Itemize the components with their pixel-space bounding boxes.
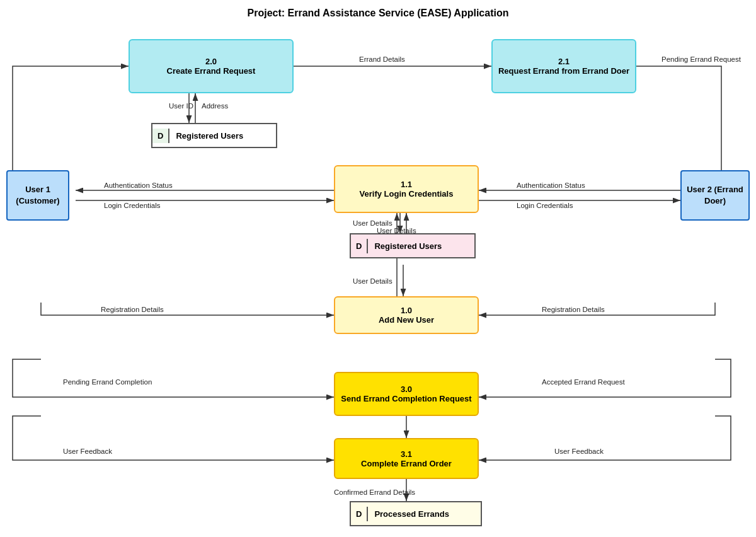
label-reg-details-right: Registration Details xyxy=(542,306,605,313)
label-confirmed-errand: Confirmed Errand Details xyxy=(334,488,415,496)
datastore-d2: D xyxy=(351,239,368,253)
datastore-registered-users-2: D Registered Users xyxy=(350,233,476,258)
page-title: Project: Errand Assistance Service (EASE… xyxy=(0,0,756,19)
label-reg-details-left: Registration Details xyxy=(101,306,164,313)
datastore-d1: D xyxy=(152,129,169,143)
box-add-user: 1.0 Add New User xyxy=(334,296,479,334)
label-user-details-1: User Details xyxy=(353,219,392,227)
label-auth-status-left: Authentication Status xyxy=(104,182,173,189)
box-request-errand: 2.1 Request Errand from Errand Doer xyxy=(491,39,636,93)
verify-login-number: 1.1 xyxy=(401,180,412,189)
request-errand-label: Request Errand from Errand Doer xyxy=(498,66,629,76)
label-pending-completion: Pending Errand Completion xyxy=(63,378,152,386)
send-completion-label: Send Errand Completion Request xyxy=(341,394,471,403)
add-user-number: 1.0 xyxy=(401,306,412,315)
request-errand-number: 2.1 xyxy=(558,57,570,66)
complete-order-label: Complete Errand Order xyxy=(361,459,452,468)
label-errand-details: Errand Details xyxy=(359,55,405,63)
verify-login-label: Verify Login Credentials xyxy=(360,189,454,199)
label-user-id: User ID xyxy=(169,102,193,110)
entity-user2-label: User 2 (ErrandDoer) xyxy=(687,184,743,207)
box-create-errand: 2.0 Create Errand Request xyxy=(129,39,294,93)
entity-user1-label: User 1(Customer) xyxy=(16,184,59,207)
complete-order-number: 3.1 xyxy=(401,449,412,459)
label-pending-errand-request: Pending Errand Request xyxy=(662,55,741,63)
box-verify-login: 1.1 Verify Login Credentials xyxy=(334,165,479,213)
box-complete-order: 3.1 Complete Errand Order xyxy=(334,438,479,479)
label-login-creds-right: Login Credentials xyxy=(517,202,573,209)
create-errand-label: Create Errand Request xyxy=(167,66,256,76)
label-user-feedback-left: User Feedback xyxy=(63,448,112,455)
add-user-label: Add New User xyxy=(379,315,434,325)
datastore-label1: Registered Users xyxy=(169,129,249,143)
label-accepted-request: Accepted Errand Request xyxy=(542,378,625,386)
entity-user1: User 1(Customer) xyxy=(6,170,69,221)
datastore-registered-users-1: D Registered Users xyxy=(151,123,277,148)
label-user-details-3: User Details xyxy=(353,277,392,285)
datastore-d3: D xyxy=(351,507,368,521)
label-user-feedback-right: User Feedback xyxy=(554,448,604,455)
create-errand-number: 2.0 xyxy=(205,57,217,66)
label-address: Address xyxy=(202,102,228,110)
diagram-container: Project: Errand Assistance Service (EASE… xyxy=(0,0,756,537)
box-send-completion: 3.0 Send Errand Completion Request xyxy=(334,372,479,416)
datastore-label2: Registered Users xyxy=(368,239,448,253)
send-completion-number: 3.0 xyxy=(401,384,412,394)
entity-user2: User 2 (ErrandDoer) xyxy=(680,170,750,221)
datastore-processed-errands: D Processed Errands xyxy=(350,501,482,526)
label-login-creds-left: Login Credentials xyxy=(104,202,161,209)
label-auth-status-right: Authentication Status xyxy=(517,182,585,189)
datastore-label3: Processed Errands xyxy=(368,507,455,521)
